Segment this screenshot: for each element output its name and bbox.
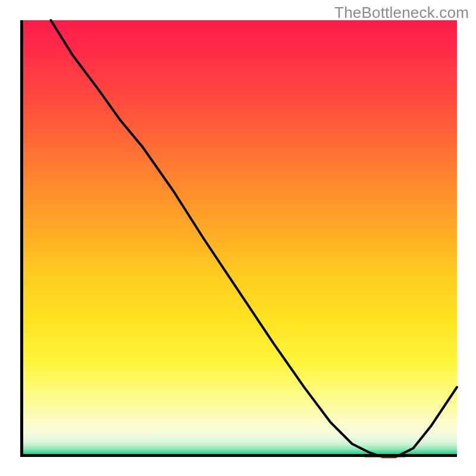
chart-svg bbox=[20, 20, 457, 457]
x-axis-line bbox=[20, 454, 457, 457]
chart-curve-line bbox=[51, 20, 457, 457]
chart-area bbox=[20, 20, 457, 457]
y-axis-line bbox=[20, 20, 23, 457]
watermark-text: TheBottleneck.com bbox=[334, 4, 469, 22]
